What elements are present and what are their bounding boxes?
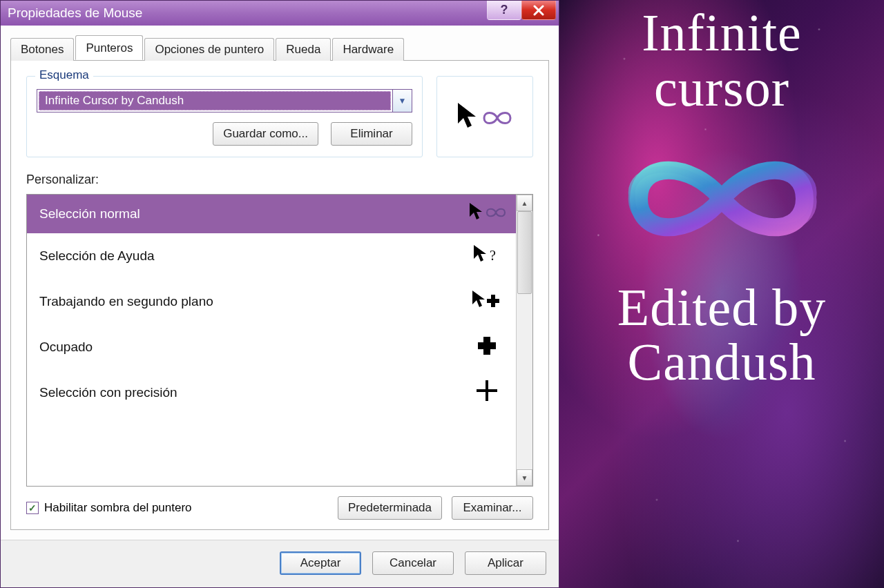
- list-item-label: Selección de Ayuda: [39, 248, 155, 264]
- cursor-arrow-help-icon: ?: [468, 244, 506, 269]
- list-item[interactable]: Selección de Ayuda ?: [27, 233, 516, 279]
- list-item[interactable]: Ocupado: [27, 324, 516, 370]
- list-item-label: Ocupado: [39, 340, 93, 355]
- cursor-list-inner: Selección normal Selección de Ayuda ? Tr…: [27, 195, 516, 486]
- cursor-preview: [436, 76, 533, 157]
- help-button[interactable]: ?: [487, 1, 521, 20]
- promo-line1: Infinite: [642, 3, 802, 61]
- scheme-group-label: Esquema: [35, 68, 93, 82]
- scroll-down-icon[interactable]: ▼: [517, 469, 532, 486]
- tab-opciones[interactable]: Opciones de puntero: [144, 38, 274, 61]
- cursor-arrow-busy-icon: [468, 289, 506, 315]
- scroll-thumb[interactable]: [517, 211, 532, 294]
- tab-hardware[interactable]: Hardware: [332, 38, 404, 61]
- scheme-row: Esquema Infinite Cursor by Candush ▼ Gua…: [26, 76, 533, 157]
- chevron-down-icon[interactable]: ▼: [392, 90, 412, 112]
- tab-body: Esquema Infinite Cursor by Candush ▼ Gua…: [10, 60, 549, 530]
- scroll-track[interactable]: [517, 211, 532, 469]
- tab-botones[interactable]: Botones: [10, 38, 74, 61]
- cursor-arrow-infinity-icon: [468, 202, 506, 227]
- shadow-checkbox[interactable]: ✓ Habilitar sombra del puntero: [26, 501, 192, 515]
- titlebar[interactable]: Propiedades de Mouse ?: [1, 1, 559, 26]
- scheme-selected: Infinite Cursor by Candush: [39, 91, 391, 110]
- window-title: Propiedades de Mouse: [8, 6, 142, 21]
- cursor-busy-icon: [468, 335, 506, 360]
- apply-button[interactable]: Aplicar: [465, 551, 546, 575]
- promo-line2: cursor: [654, 59, 789, 117]
- svg-text:?: ?: [490, 248, 496, 263]
- scrollbar[interactable]: ▲ ▼: [516, 195, 532, 486]
- cursor-list: Selección normal Selección de Ayuda ? Tr…: [26, 194, 533, 487]
- tab-strip: Botones Punteros Opciones de puntero Rue…: [10, 35, 549, 60]
- list-item[interactable]: Selección con precisión: [27, 370, 516, 415]
- list-item[interactable]: Selección normal: [27, 195, 516, 233]
- shadow-checkbox-label: Habilitar sombra del puntero: [44, 501, 192, 515]
- checkbox-box: ✓: [26, 502, 39, 514]
- tab-rueda[interactable]: Rueda: [276, 38, 331, 61]
- scroll-up-icon[interactable]: ▲: [517, 195, 532, 211]
- list-item-label: Trabajando en segundo plano: [39, 294, 213, 309]
- personalize-label: Personalizar:: [26, 173, 533, 187]
- infinity-icon: [590, 130, 853, 268]
- cursor-precision-icon: [468, 379, 506, 407]
- scheme-dropdown[interactable]: Infinite Cursor by Candush ▼: [37, 89, 412, 112]
- default-button[interactable]: Predeterminada: [338, 496, 442, 520]
- save-as-button[interactable]: Guardar como...: [213, 122, 318, 146]
- client-area: Botones Punteros Opciones de puntero Rue…: [1, 26, 559, 540]
- bottom-row: ✓ Habilitar sombra del puntero Predeterm…: [26, 496, 533, 520]
- close-button[interactable]: [521, 1, 556, 20]
- ok-button[interactable]: Aceptar: [280, 551, 361, 575]
- list-item[interactable]: Trabajando en segundo plano: [27, 279, 516, 324]
- browse-button[interactable]: Examinar...: [452, 496, 533, 520]
- dialog-buttons: Aceptar Cancelar Aplicar: [1, 540, 559, 587]
- mouse-properties-window: Propiedades de Mouse ? Botones Punteros …: [0, 0, 559, 588]
- promo-title: Infinite cursor: [642, 6, 802, 116]
- tab-punteros[interactable]: Punteros: [75, 35, 143, 60]
- scheme-group: Esquema Infinite Cursor by Candush ▼ Gua…: [26, 76, 423, 157]
- list-item-label: Selección con precisión: [39, 385, 177, 400]
- delete-button[interactable]: Eliminar: [331, 122, 412, 146]
- list-item-label: Selección normal: [39, 206, 140, 222]
- promo-line3: Edited by: [617, 278, 826, 336]
- promo-line4: Candush: [627, 333, 816, 391]
- promo-panel: Infinite cursor Edited by Candush: [559, 0, 884, 588]
- titlebar-buttons: ?: [487, 1, 556, 20]
- promo-credit: Edited by Candush: [617, 280, 826, 391]
- cancel-button[interactable]: Cancelar: [372, 551, 454, 575]
